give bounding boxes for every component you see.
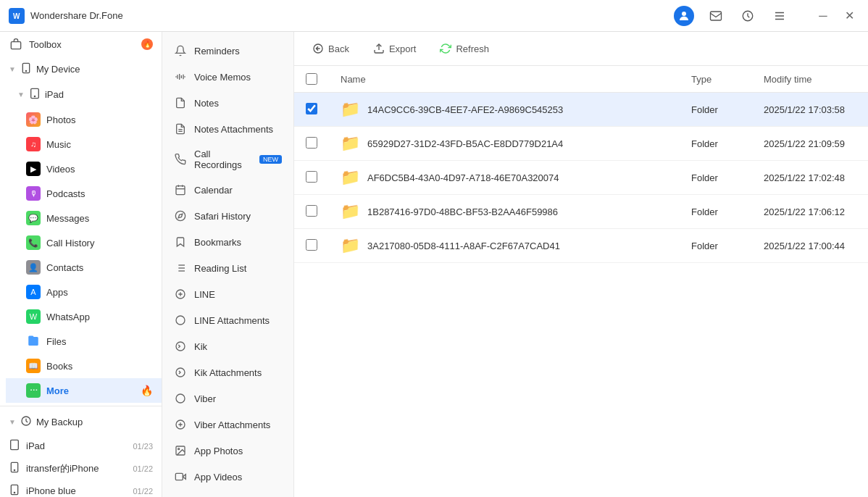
backup-item-itransfer[interactable]: itransfer的iPhone 01/22 [0,457,162,480]
sidebar-item-more[interactable]: ⋯ More 🔥 [6,378,162,403]
mail-icon[interactable] [706,6,726,26]
svg-rect-5 [11,42,20,49]
menu-icon[interactable] [769,6,790,26]
more-label: More [46,385,135,396]
sidebar-item-photos[interactable]: 🌸 Photos [6,107,162,132]
mid-item-viber-attachments[interactable]: Viber Attachments [162,412,293,438]
svg-point-32 [176,316,185,325]
sidebar-item-apps[interactable]: A Apps [6,280,162,304]
mid-item-calendar[interactable]: Calendar [162,177,293,203]
folder-icon: 📁 [341,100,360,119]
kik-attachments-label: Kik Attachments [194,367,262,378]
row1-checkbox[interactable] [306,103,317,114]
mid-item-viber[interactable]: Viber [162,385,293,412]
sidebar-item-books[interactable]: 📖 Books [6,354,162,378]
apps-icon: A [26,285,41,299]
app-videos-label: App Videos [194,472,242,483]
mid-item-app-photos[interactable]: App Photos [162,438,293,464]
svg-point-15 [14,492,14,493]
row4-checkbox[interactable] [306,205,317,217]
sidebar-item-messages[interactable]: 💬 Messages [6,206,162,230]
mid-item-app-documents[interactable]: App Documents [162,490,293,497]
mid-item-line-attachments[interactable]: LINE Attachments [162,307,293,333]
select-all-checkbox[interactable] [306,73,317,85]
notes-attachments-icon [174,122,187,135]
history-icon[interactable] [738,6,758,26]
row4-modify-time: 2025/1/22 17:06:12 [752,195,868,229]
table-row[interactable]: 📁 1B287416-97D0-48BC-BF53-B2AA46F59986 F… [294,195,868,229]
main-layout: Toolbox 🔥 ▼ My Device ▼ iPad 🌸 Phot [0,32,868,497]
contacts-icon: 👤 [26,260,41,275]
mid-item-call-recordings[interactable]: Call Recordings NEW [162,142,293,177]
sidebar-item-call-history[interactable]: 📞 Call History [6,230,162,255]
svg-point-24 [175,211,185,220]
mid-item-line[interactable]: LINE [162,281,293,307]
row5-name: 3A217080-05D8-4111-A8AF-C2F67A7CAD41 [367,241,560,251]
mid-item-voice-memos[interactable]: Voice Memos [162,64,293,90]
row2-checkbox[interactable] [306,137,317,149]
table-row[interactable]: 📁 14AC9CC6-39CB-4EE7-AFE2-A9869C545253 F… [294,93,868,127]
sidebar-divider [0,406,162,406]
mid-item-bookmarks[interactable]: Bookmarks [162,229,293,255]
backup-ipad-info: iPad [26,440,127,451]
back-button[interactable]: Back [306,39,355,58]
table-row[interactable]: 📁 3A217080-05D8-4111-A8AF-C2F67A7CAD41 F… [294,229,868,263]
table-row[interactable]: 📁 65929D27-31D2-43FD-B5AC-E8DD779D21A4 F… [294,127,868,161]
sidebar-item-whatsapp[interactable]: W WhatsApp [6,304,162,329]
svg-point-2 [682,12,686,16]
minimize-button[interactable]: ─ [813,6,833,26]
row5-checkbox-cell [294,229,329,263]
folder-icon: 📁 [341,236,360,255]
refresh-icon [439,42,452,55]
sidebar-item-contacts[interactable]: 👤 Contacts [6,255,162,280]
backup-itransfer-info: itransfer的iPhone [26,462,127,475]
row1-checkbox-cell [294,93,329,127]
row4-type: Folder [680,195,752,229]
row5-checkbox[interactable] [306,239,317,251]
row3-name: AF6DC5B4-43A0-4D97-A718-46E70A320074 [367,172,559,183]
backup-item-ipad[interactable]: iPad 01/23 [0,435,162,457]
sidebar-item-podcasts[interactable]: 🎙 Podcasts [6,181,162,206]
toolbox-badge: 🔥 [141,38,153,50]
call-recordings-icon [174,153,187,166]
sidebar-item-files[interactable]: Files [6,329,162,354]
row1-name: 14AC9CC6-39CB-4EE7-AFE2-A9869C545253 [367,104,563,115]
refresh-label: Refresh [456,43,489,54]
mid-item-kik-attachments[interactable]: Kik Attachments [162,359,293,385]
mid-item-notes-attachments[interactable]: Notes Attachments [162,116,293,142]
row3-modify-time: 2025/1/22 17:02:48 [752,161,868,195]
call-recordings-label: Call Recordings [194,149,249,170]
backup-item-iphone-blue[interactable]: iPhone blue 01/22 [0,480,162,497]
mid-item-safari-history[interactable]: Safari History [162,203,293,229]
export-button[interactable]: Export [367,39,422,58]
music-label: Music [46,139,153,150]
sidebar-item-toolbox[interactable]: Toolbox 🔥 [0,32,162,57]
reminders-label: Reminders [194,46,240,57]
sidebar-ipad[interactable]: ▼ iPad [6,82,162,107]
sidebar-my-device[interactable]: ▼ My Device [0,57,162,82]
mid-item-notes[interactable]: Notes [162,90,293,116]
sidebar-my-backup[interactable]: ▼ My Backup [0,409,162,435]
svg-text:W: W [13,12,20,20]
table-row[interactable]: 📁 AF6DC5B4-43A0-4D97-A718-46E70A320074 F… [294,161,868,195]
mid-item-reminders[interactable]: Reminders [162,38,293,64]
ipad-section: ▼ iPad 🌸 Photos ♫ Music ▶ Videos 🎙 [0,82,162,403]
row2-name-cell: 📁 65929D27-31D2-43FD-B5AC-E8DD779D21A4 [329,127,680,161]
mid-item-kik[interactable]: Kik [162,333,293,359]
sidebar-item-music[interactable]: ♫ Music [6,132,162,156]
close-button[interactable]: ✕ [839,6,859,26]
calendar-icon [174,183,187,196]
more-icon: ⋯ [26,383,41,398]
refresh-button[interactable]: Refresh [433,39,495,58]
mid-item-app-videos[interactable]: App Videos [162,464,293,490]
back-label: Back [328,43,349,54]
svg-rect-3 [711,12,722,20]
viber-attachments-icon [174,418,187,431]
row3-checkbox[interactable] [306,171,317,183]
apps-label: Apps [46,287,153,298]
user-avatar-icon[interactable] [674,6,694,26]
podcasts-icon: 🎙 [26,186,41,201]
sidebar-item-videos[interactable]: ▶ Videos [6,156,162,181]
row3-name-cell: 📁 AF6DC5B4-43A0-4D97-A718-46E70A320074 [329,161,680,195]
mid-item-reading-list[interactable]: Reading List [162,255,293,281]
